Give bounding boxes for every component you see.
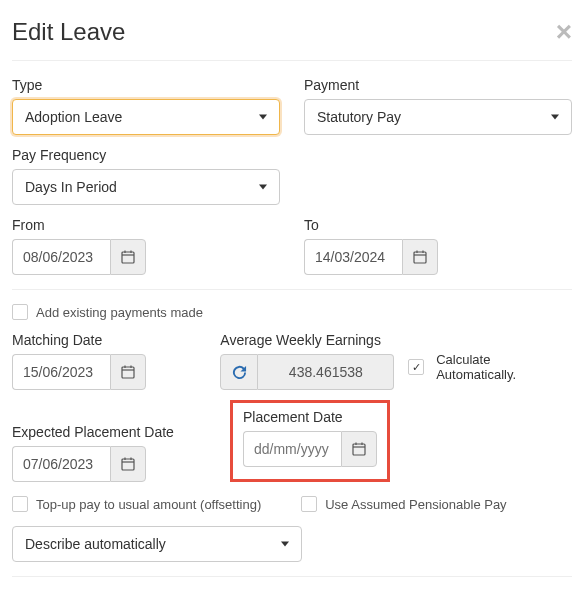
svg-rect-12	[122, 459, 134, 470]
assumed-label: Use Assumed Pensionable Pay	[325, 497, 506, 512]
refresh-icon	[232, 365, 247, 380]
dialog-title: Edit Leave	[12, 18, 125, 46]
placement-label: Placement Date	[243, 409, 377, 425]
payfreq-value: Days In Period	[25, 179, 117, 195]
expected-label: Expected Placement Date	[12, 424, 212, 440]
svg-rect-0	[122, 252, 134, 263]
from-label: From	[12, 217, 280, 233]
describe-value: Describe automatically	[25, 536, 166, 552]
chevron-down-icon	[259, 115, 267, 120]
to-label: To	[304, 217, 572, 233]
placement-calendar-button[interactable]	[341, 431, 377, 467]
divider	[12, 289, 572, 290]
placement-input[interactable]	[243, 431, 341, 467]
awe-input[interactable]	[258, 354, 394, 390]
to-input[interactable]	[304, 239, 402, 275]
svg-rect-16	[353, 444, 365, 455]
chevron-down-icon	[259, 185, 267, 190]
calc-auto-checkbox-row[interactable]: Calculate Automatically.	[408, 352, 572, 390]
assumed-checkbox[interactable]	[301, 496, 317, 512]
calendar-icon	[352, 442, 366, 456]
matching-calendar-button[interactable]	[110, 354, 146, 390]
expected-input[interactable]	[12, 446, 110, 482]
calendar-icon	[121, 250, 135, 264]
close-icon[interactable]: ×	[556, 18, 572, 46]
calc-auto-checkbox[interactable]	[408, 359, 424, 375]
calc-auto-label: Calculate Automatically.	[436, 352, 572, 382]
awe-label: Average Weekly Earnings	[220, 332, 394, 348]
topup-checkbox-row[interactable]: Top-up pay to usual amount (offsetting)	[12, 496, 261, 512]
from-calendar-button[interactable]	[110, 239, 146, 275]
svg-rect-8	[122, 367, 134, 378]
describe-select[interactable]: Describe automatically	[12, 526, 302, 562]
from-input[interactable]	[12, 239, 110, 275]
payment-value: Statutory Pay	[317, 109, 401, 125]
matching-label: Matching Date	[12, 332, 210, 348]
dialog-header: Edit Leave ×	[12, 10, 572, 61]
assumed-checkbox-row[interactable]: Use Assumed Pensionable Pay	[301, 496, 506, 512]
topup-label: Top-up pay to usual amount (offsetting)	[36, 497, 261, 512]
add-existing-label: Add existing payments made	[36, 305, 203, 320]
svg-rect-4	[414, 252, 426, 263]
payment-select[interactable]: Statutory Pay	[304, 99, 572, 135]
expected-calendar-button[interactable]	[110, 446, 146, 482]
topup-checkbox[interactable]	[12, 496, 28, 512]
chevron-down-icon	[551, 115, 559, 120]
payfreq-select[interactable]: Days In Period	[12, 169, 280, 205]
add-existing-checkbox-row[interactable]: Add existing payments made	[12, 304, 572, 320]
chevron-down-icon	[281, 542, 289, 547]
calendar-icon	[121, 365, 135, 379]
calendar-icon	[121, 457, 135, 471]
placement-highlight-box: Placement Date	[230, 400, 390, 482]
divider	[12, 576, 572, 577]
add-existing-checkbox[interactable]	[12, 304, 28, 320]
type-value: Adoption Leave	[25, 109, 122, 125]
payment-label: Payment	[304, 77, 572, 93]
to-calendar-button[interactable]	[402, 239, 438, 275]
type-label: Type	[12, 77, 280, 93]
calendar-icon	[413, 250, 427, 264]
awe-refresh-button[interactable]	[220, 354, 258, 390]
payfreq-label: Pay Frequency	[12, 147, 280, 163]
type-select[interactable]: Adoption Leave	[12, 99, 280, 135]
matching-input[interactable]	[12, 354, 110, 390]
